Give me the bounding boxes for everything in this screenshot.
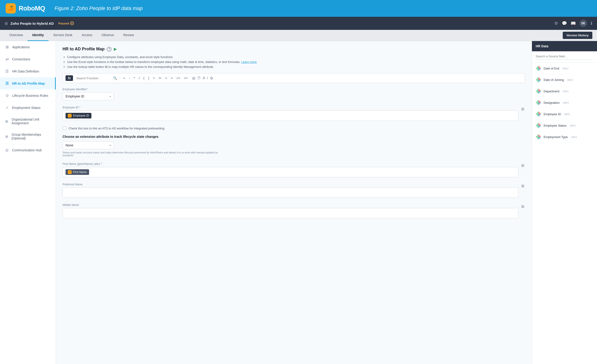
right-panel-search	[532, 51, 597, 63]
avatar[interactable]: DE	[580, 20, 587, 27]
employee-identifier-select[interactable]: Employee ID ▾	[63, 92, 114, 100]
middle-name-table-btn[interactable]: ⊞	[520, 203, 525, 210]
preferred-name-input-area[interactable]	[63, 188, 518, 198]
bullet-list: Configure attributes using Employee Data…	[63, 55, 525, 69]
first-name-chip-icon: 🍊	[68, 170, 71, 174]
preferred-name-row: Preferred Name ⊞	[63, 183, 525, 198]
hr-data-type: (abc)	[563, 101, 569, 104]
middle-name-row: Middle Name ⊞	[63, 203, 525, 218]
table-btn[interactable]: ⊞	[520, 106, 525, 112]
bullet-item-3: Use the lookup table button ⊞ to map mul…	[67, 65, 525, 69]
tab-access[interactable]: Access	[77, 30, 97, 41]
operator-divide[interactable]: /	[138, 76, 141, 80]
page-title: HR to AD Profile Map ? ▶	[63, 47, 525, 52]
profile-map-icon: ☰	[5, 81, 9, 86]
sidebar-item-hr-to-ad-profile-map[interactable]: ☰ HR to AD Profile Map	[0, 77, 56, 89]
first-name-row: First Name (givenName) (abc) * 🍊 First N…	[63, 162, 525, 177]
info-icon[interactable]: ℹ	[591, 21, 592, 26]
preferred-name-table-btn[interactable]: ⊞	[520, 183, 525, 189]
sidebar-item-communication-hub[interactable]: ◎ Communication Hub	[0, 144, 56, 156]
book-icon[interactable]: 📖	[571, 21, 576, 26]
operator-minus[interactable]: -	[128, 76, 131, 80]
search-function-input[interactable]	[74, 76, 112, 81]
chevron-down-icon: ▾	[110, 95, 111, 98]
operator-not-equals[interactable]: !=	[157, 76, 163, 80]
sidebar-item-org-unit-assignment[interactable]: ⊛ Organizational Unit Assignment	[0, 114, 56, 129]
operator-plus[interactable]: +	[122, 76, 126, 80]
app-title: Zoho People to Hybrid AD	[10, 22, 54, 25]
sidebar-item-employment-status[interactable]: ✓ Employment Status	[0, 102, 56, 114]
tab-overview[interactable]: Overview	[5, 30, 28, 41]
sidebar-item-connections[interactable]: ⇄ Connections	[0, 53, 56, 65]
hr-data-item-employee-status[interactable]: Employee Status (abc)	[532, 120, 597, 131]
operator-equals[interactable]: =	[152, 76, 156, 80]
first-name-table-btn[interactable]: ⊞	[520, 162, 525, 169]
connections-icon: ⇄	[5, 57, 9, 61]
operator-multiply[interactable]: *	[133, 76, 136, 80]
settings-icon[interactable]: ⚙	[554, 21, 558, 26]
helper-text: Stores and tracks account status and hel…	[63, 151, 226, 157]
sidebar-item-hr-data-definition[interactable]: ☰ HR Data Definition	[0, 65, 56, 77]
logo-text: RoboMQ	[19, 5, 45, 12]
first-name-chip: 🍊 First Name	[65, 169, 89, 175]
logo-icon: 🍊	[6, 3, 16, 14]
lifecycle-icon: ⊙	[5, 93, 9, 98]
clock-icon-btn[interactable]: ⏱	[197, 76, 201, 80]
operator-less[interactable]: <	[170, 76, 174, 80]
operator-less-equals[interactable]: <=	[175, 76, 181, 80]
search-icon[interactable]: 🔍	[113, 76, 117, 80]
nav-tabs: Overview Identity Service Desk Access Ob…	[0, 30, 597, 41]
toolbar-icons: ⊞ ⏱ A i ⚙	[192, 76, 213, 80]
settings2-icon-btn[interactable]: ⚙	[210, 76, 213, 80]
hr-data-icon-employee-status	[536, 123, 541, 128]
hr-data-type: (abc)	[563, 90, 569, 93]
hr-data-item-employee-id[interactable]: Employee ID (abc)	[532, 108, 597, 120]
hr-data-type: (abc)	[563, 67, 568, 70]
operator-greater-equals[interactable]: >=	[183, 76, 189, 80]
extension-title: Choose an extension attribute to track l…	[63, 135, 525, 139]
header-actions: ⚙ 💬 📖 DE ℹ	[554, 20, 592, 27]
tab-service-desk[interactable]: Service Desk	[48, 30, 77, 41]
sidebar-item-label: Applications	[12, 45, 30, 49]
hr-data-name: Employee Status	[544, 124, 566, 127]
table-icon-btn[interactable]: ⊞	[192, 76, 195, 80]
hr-data-list: Date of Exit (abc) Date of Joining (abc)	[532, 63, 597, 143]
info2-icon-btn[interactable]: i	[207, 76, 208, 80]
chat-icon[interactable]: 💬	[562, 21, 567, 26]
hr-data-item-employment-type[interactable]: Employment Type (abc)	[532, 131, 597, 143]
grid-icon: ⊞	[5, 21, 8, 26]
hr-data-item-date-of-joining[interactable]: Date of Joining (abc)	[532, 74, 597, 86]
learn-more-link[interactable]: Learn more	[241, 60, 257, 64]
tab-observe[interactable]: Observe	[97, 30, 119, 41]
hr-data-icon-date-of-exit	[536, 65, 541, 71]
hr-data-icon-employment-type	[536, 134, 541, 140]
employee-id-input-area[interactable]: 🍊 Employee ID	[63, 111, 518, 121]
sidebar-item-label: Communication Hub	[12, 148, 42, 152]
sidebar-item-lifecycle-business-rules[interactable]: ⊙ Lifecycle Business Rules	[0, 89, 56, 102]
version-history-button[interactable]: Version History	[563, 32, 592, 39]
help-icon[interactable]: ?	[107, 47, 111, 52]
tab-identity[interactable]: Identity	[28, 30, 48, 41]
sidebar-item-applications[interactable]: ⊞ Applications	[0, 41, 56, 53]
text-icon-btn[interactable]: A	[203, 76, 205, 80]
operator-close-paren[interactable]: )	[147, 76, 150, 80]
sidebar-item-group-memberships[interactable]: ⊛ Group Memberships [Optional]	[0, 129, 56, 144]
hr-data-type: (abc)	[570, 124, 575, 127]
hr-data-item-date-of-exit[interactable]: Date of Exit (abc)	[532, 63, 597, 74]
none-chevron-icon: ▾	[110, 144, 111, 147]
ats-checkbox[interactable]	[63, 127, 66, 130]
none-select[interactable]: None ▾	[63, 141, 114, 149]
operator-greater[interactable]: >	[164, 76, 168, 80]
hr-data-item-department[interactable]: Department (abc)	[532, 86, 597, 97]
employment-status-icon: ✓	[5, 105, 9, 110]
operator-open-paren[interactable]: (	[142, 76, 146, 80]
middle-name-input-area[interactable]	[63, 208, 518, 218]
first-name-input-area[interactable]: 🍊 First Name	[63, 167, 518, 177]
right-panel-header: HR Data	[532, 41, 597, 51]
tab-review[interactable]: Review	[119, 30, 139, 41]
preferred-name-section: Preferred Name ⊞	[63, 183, 525, 198]
hr-data-search-input[interactable]	[536, 55, 593, 60]
hr-data-name: Department	[544, 89, 559, 93]
play-icon[interactable]: ▶	[114, 47, 117, 51]
hr-data-item-designation[interactable]: Designation (abc)	[532, 97, 597, 108]
